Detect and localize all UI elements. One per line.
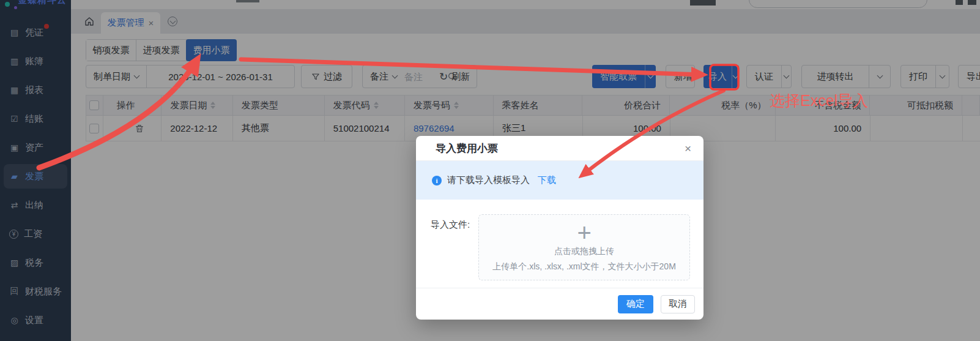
- upload-hint: 点击或拖拽上传: [554, 246, 614, 257]
- download-template-link[interactable]: 下载: [538, 174, 556, 186]
- modal-body: 导入文件: + 点击或拖拽上传 上传单个.xls, .xlsx, .xml文件，…: [416, 200, 703, 288]
- upload-description: 上传单个.xls, .xlsx, .xml文件，文件大小小于20M: [492, 261, 675, 272]
- info-banner: i 请下载导入模板导入 下载: [416, 161, 703, 200]
- modal-header: 导入费用小票 ×: [416, 136, 703, 161]
- import-expense-modal: 导入费用小票 × i 请下载导入模板导入 下载 导入文件: + 点击或拖拽上传 …: [416, 136, 703, 320]
- info-icon: i: [432, 176, 442, 185]
- cancel-button[interactable]: 取消: [661, 295, 695, 313]
- import-file-label: 导入文件:: [431, 219, 470, 231]
- upload-dropzone[interactable]: + 点击或拖拽上传 上传单个.xls, .xlsx, .xml文件，文件大小小于…: [478, 214, 690, 280]
- banner-text: 请下载导入模板导入: [447, 174, 530, 186]
- plus-icon: +: [577, 222, 591, 243]
- modal-title: 导入费用小票: [436, 141, 685, 156]
- modal-footer: 确定 取消: [416, 288, 703, 320]
- confirm-button[interactable]: 确定: [618, 295, 653, 313]
- close-icon[interactable]: ×: [685, 143, 691, 154]
